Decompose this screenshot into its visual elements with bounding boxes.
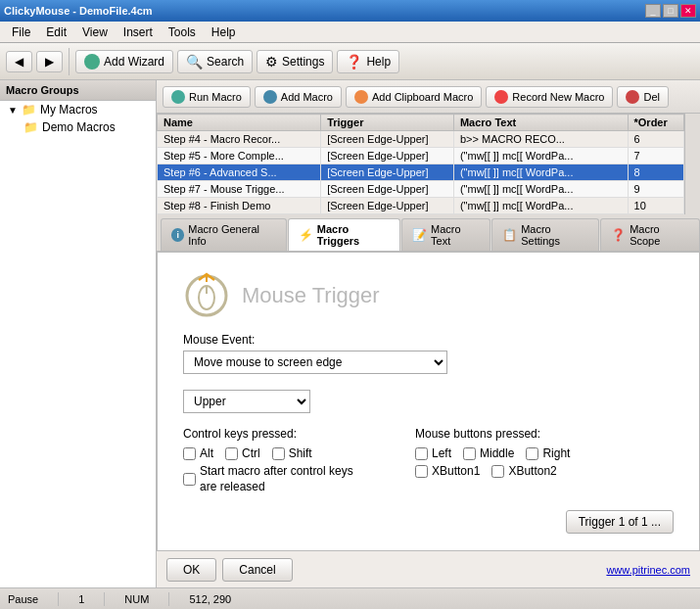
col-header-name: Name (158, 115, 321, 131)
search-label: Search (207, 55, 244, 69)
table-row[interactable]: Step #7 - Mouse Trigge... [Screen Edge-U… (158, 181, 684, 198)
minimize-button[interactable]: _ (645, 4, 661, 18)
cell-order: 9 (628, 181, 683, 198)
tab-area: i Macro General Info ⚡ Macro Triggers 📝 … (157, 214, 700, 550)
toolbar-separator (69, 48, 70, 75)
middle-label: Middle (480, 446, 514, 460)
cell-name: Step #7 - Mouse Trigge... (158, 181, 321, 198)
add-clipboard-label: Add Clipboard Macro (372, 91, 473, 103)
right-panel: Run Macro Add Macro Add Clipboard Macro … (157, 80, 700, 587)
shift-label: Shift (289, 446, 312, 460)
ctrl-label: Ctrl (242, 446, 260, 460)
main-area: Macro Groups ▼ 📁 My Macros 📁 Demo Macros… (0, 80, 700, 587)
website-link[interactable]: www.pitrinec.com (606, 564, 690, 576)
xbutton2-label: XButton2 (508, 464, 556, 478)
menu-file[interactable]: File (4, 23, 38, 41)
left-label: Left (432, 446, 451, 460)
tab-general-info-label: Macro General Info (188, 223, 276, 247)
wizard-icon (84, 54, 100, 70)
start-macro-checkbox[interactable] (183, 473, 196, 486)
table-row[interactable]: Step #5 - More Comple... [Screen Edge-Up… (158, 148, 684, 164)
left-checkbox[interactable] (415, 447, 428, 460)
search-icon: 🔍 (186, 54, 203, 70)
xbutton1-checkbox[interactable] (415, 465, 428, 478)
edge-select[interactable]: Upper Lower Left Right (183, 390, 310, 413)
ctrl-checkbox[interactable] (225, 447, 238, 460)
alt-checkbox[interactable] (183, 447, 196, 460)
num-lock-indicator: NUM (124, 593, 149, 605)
macro-list-scroll[interactable]: Name Trigger Macro Text *Order Step #4 -… (157, 114, 684, 214)
cell-trigger: [Screen Edge-Upper] (321, 198, 454, 214)
control-keys-label: Control keys pressed: (183, 427, 356, 441)
toolbar: ◀ ▶ Add Wizard 🔍 Search ⚙ Settings ❓ Hel… (0, 43, 700, 80)
menu-edit[interactable]: Edit (38, 23, 74, 41)
forward-button[interactable]: ▶ (36, 51, 63, 72)
folder-icon: 📁 (22, 103, 36, 117)
record-icon (494, 90, 508, 104)
window-controls: _ □ ✕ (645, 4, 696, 18)
table-row[interactable]: Step #6 - Advanced S... [Screen Edge-Upp… (158, 164, 684, 181)
mouse-buttons-label: Mouse buttons pressed: (415, 427, 570, 441)
help-button[interactable]: ❓ Help (337, 50, 399, 73)
middle-checkbox[interactable] (463, 447, 476, 460)
add-clipboard-button[interactable]: Add Clipboard Macro (346, 86, 482, 108)
scrollbar[interactable] (684, 114, 700, 214)
menu-insert[interactable]: Insert (116, 23, 161, 41)
cell-order: 7 (628, 148, 683, 164)
table-row[interactable]: Step #4 - Macro Recor... [Screen Edge-Up… (158, 131, 684, 148)
dialog-buttons: OK Cancel www.pitrinec.com (157, 550, 700, 587)
macro-list-toolbar: Run Macro Add Macro Add Clipboard Macro … (157, 80, 700, 114)
table-row[interactable]: Step #8 - Finish Demo [Screen Edge-Upper… (158, 198, 684, 214)
status-text: Pause (8, 593, 38, 605)
mouse-buttons-group: Mouse buttons pressed: Left Middle Right… (415, 427, 570, 498)
maximize-button[interactable]: □ (663, 4, 678, 18)
cell-trigger: [Screen Edge-Upper] (321, 148, 454, 164)
macro-table: Name Trigger Macro Text *Order Step #4 -… (157, 114, 684, 214)
cancel-button[interactable]: Cancel (222, 558, 292, 582)
left-panel: Macro Groups ▼ 📁 My Macros 📁 Demo Macros (0, 80, 157, 587)
del-button[interactable]: Del (617, 86, 669, 108)
tree-item-demo-macros[interactable]: 📁 Demo Macros (0, 118, 156, 136)
ok-button[interactable]: OK (166, 558, 216, 582)
coordinates-display: 512, 290 (189, 593, 231, 605)
tab-settings[interactable]: 📋 Macro Settings (491, 218, 599, 251)
tab-text[interactable]: 📝 Macro Text (401, 218, 490, 251)
tab-scope[interactable]: ❓ Macro Scope (600, 218, 700, 251)
tab-general-info[interactable]: i Macro General Info (161, 218, 287, 251)
add-wizard-button[interactable]: Add Wizard (75, 50, 173, 73)
menu-help[interactable]: Help (204, 23, 244, 41)
run-macro-button[interactable]: Run Macro (163, 86, 251, 108)
menu-view[interactable]: View (74, 23, 116, 41)
status-divider-1 (58, 592, 59, 606)
cell-trigger: [Screen Edge-Upper] (321, 164, 454, 181)
expand-icon: ▼ (8, 105, 18, 116)
xbutton2-checkbox[interactable] (491, 465, 504, 478)
add-macro-button[interactable]: Add Macro (255, 86, 342, 108)
menu-tools[interactable]: Tools (161, 23, 204, 41)
alt-row: Alt Ctrl Shift (183, 446, 356, 460)
start-macro-row: Start macro after control keys are relea… (183, 464, 356, 494)
col-header-trigger: Trigger (321, 115, 454, 131)
col-header-text: Macro Text (453, 115, 628, 131)
back-button[interactable]: ◀ (6, 51, 32, 72)
cell-name: Step #8 - Finish Demo (158, 198, 321, 214)
tab-triggers[interactable]: ⚡ Macro Triggers (288, 218, 400, 251)
close-button[interactable]: ✕ (680, 4, 696, 18)
settings-button[interactable]: ⚙ Settings (257, 50, 333, 73)
right-checkbox[interactable] (526, 447, 538, 460)
cell-text: b>> MACRO RECO... (453, 131, 628, 148)
trigger-count-button[interactable]: Trigger 1 of 1 ... (566, 510, 674, 534)
record-macro-button[interactable]: Record New Macro (486, 86, 613, 108)
shift-checkbox[interactable] (272, 447, 285, 460)
mouse-buttons-row1: Left Middle Right (415, 446, 570, 460)
cell-text: ("mw[[ ]] mc[[ WordPa... (453, 198, 628, 214)
scope-icon: ❓ (611, 228, 626, 242)
mouse-event-select[interactable]: Move mouse to screen edge Click Double C… (183, 351, 447, 374)
cell-order: 10 (628, 198, 683, 214)
run-icon (171, 90, 185, 104)
tree-item-my-macros[interactable]: ▼ 📁 My Macros (0, 101, 156, 118)
macro-list-wrapper: Name Trigger Macro Text *Order Step #4 -… (157, 114, 700, 214)
text-icon: 📝 (412, 228, 427, 242)
tab-content: Mouse Trigger Mouse Event: Move mouse to… (157, 252, 700, 550)
search-button[interactable]: 🔍 Search (177, 50, 253, 73)
